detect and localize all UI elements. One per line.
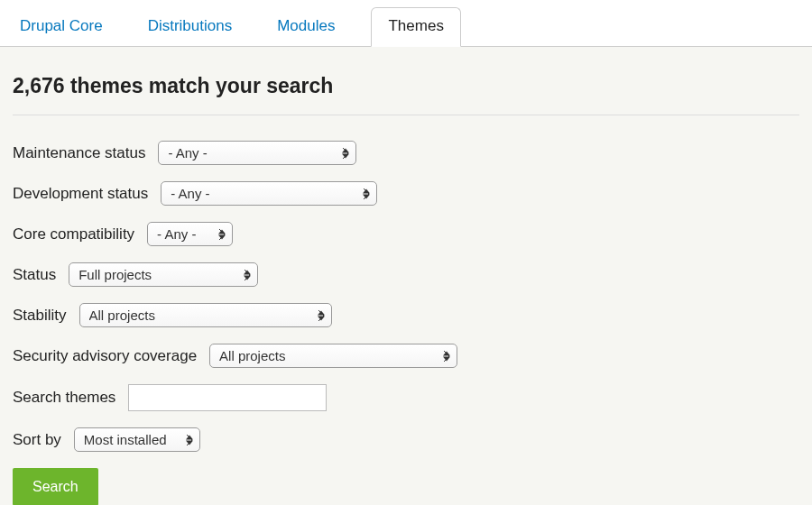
search-themes-input[interactable] xyxy=(128,384,327,411)
select-status[interactable]: Full projects xyxy=(69,262,258,287)
label-status: Status xyxy=(13,266,56,284)
label-maintenance-status: Maintenance status xyxy=(13,144,145,162)
filter-panel: 2,676 themes match your search Maintenan… xyxy=(0,47,812,505)
tab-modules[interactable]: Modules xyxy=(268,8,344,46)
label-development-status: Development status xyxy=(13,185,148,203)
select-security-coverage[interactable]: All projects xyxy=(209,344,457,368)
row-security-coverage: Security advisory coverage All projects xyxy=(13,344,799,368)
row-status: Status Full projects xyxy=(13,262,799,287)
row-maintenance-status: Maintenance status - Any - xyxy=(13,141,799,165)
select-development-status[interactable]: - Any - xyxy=(161,181,377,206)
tab-drupal-core[interactable]: Drupal Core xyxy=(11,8,112,46)
label-stability: Stability xyxy=(13,307,67,325)
label-search-themes: Search themes xyxy=(13,389,115,407)
results-heading: 2,676 themes match your search xyxy=(13,74,799,98)
label-sort-by: Sort by xyxy=(13,431,61,449)
row-stability: Stability All projects xyxy=(13,303,799,327)
row-core-compatibility: Core compatibility - Any - xyxy=(13,222,799,246)
row-search-themes: Search themes xyxy=(13,384,799,411)
label-core-compatibility: Core compatibility xyxy=(13,225,134,243)
tabs: Drupal Core Distributions Modules Themes xyxy=(0,0,812,47)
tab-themes[interactable]: Themes xyxy=(371,7,460,47)
select-stability[interactable]: All projects xyxy=(79,303,332,327)
divider xyxy=(13,115,799,115)
select-maintenance-status[interactable]: - Any - xyxy=(158,141,356,165)
tab-distributions[interactable]: Distributions xyxy=(139,8,242,46)
row-sort-by: Sort by Most installed xyxy=(13,427,799,452)
select-sort-by[interactable]: Most installed xyxy=(74,427,200,452)
select-core-compatibility[interactable]: - Any - xyxy=(147,222,233,246)
label-security-coverage: Security advisory coverage xyxy=(13,347,197,365)
search-button[interactable]: Search xyxy=(13,468,98,505)
row-development-status: Development status - Any - xyxy=(13,181,799,206)
